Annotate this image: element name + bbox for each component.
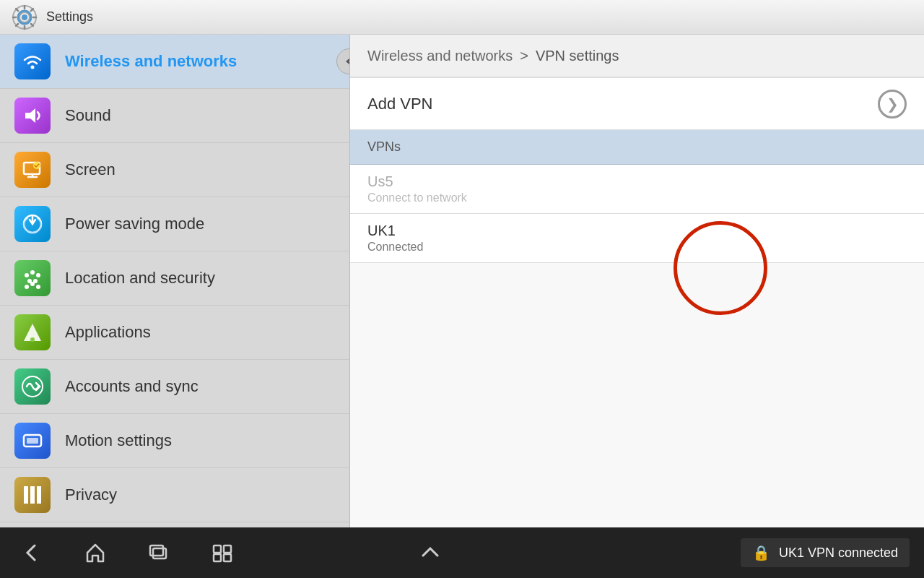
sidebar-label-screen: Screen bbox=[65, 160, 116, 179]
location-icon bbox=[14, 260, 51, 296]
add-vpn-row[interactable]: Add VPN ❯ bbox=[350, 78, 924, 130]
screen-icon bbox=[14, 152, 51, 188]
svg-point-11 bbox=[36, 273, 40, 277]
sidebar-item-location[interactable]: Location and security bbox=[0, 251, 349, 306]
svg-point-3 bbox=[22, 14, 27, 20]
collapse-arrow[interactable] bbox=[336, 48, 350, 74]
add-vpn-label: Add VPN bbox=[367, 95, 433, 113]
sidebar-item-wireless[interactable]: Wireless and networks bbox=[0, 35, 349, 89]
sidebar-label-sound: Sound bbox=[65, 106, 111, 125]
vpn-item-uk1[interactable]: UK1 Connected bbox=[350, 214, 924, 263]
sound-icon bbox=[14, 98, 51, 134]
sidebar-item-screen[interactable]: Screen bbox=[0, 143, 349, 197]
svg-rect-21 bbox=[24, 486, 28, 504]
svg-rect-28 bbox=[150, 545, 163, 556]
svg-rect-30 bbox=[214, 545, 221, 553]
svg-rect-22 bbox=[30, 486, 35, 504]
sidebar-item-privacy[interactable]: Privacy bbox=[0, 468, 349, 522]
apps-icon bbox=[14, 314, 51, 350]
svg-point-15 bbox=[36, 285, 40, 289]
svg-point-9 bbox=[25, 273, 29, 277]
vpns-section-header: VPNs bbox=[350, 130, 924, 165]
menu-button[interactable] bbox=[205, 535, 240, 570]
breadcrumb-parent[interactable]: Wireless and networks bbox=[367, 48, 513, 64]
vpn-name-uk1: UK1 bbox=[367, 223, 907, 239]
title-bar: Settings bbox=[0, 0, 924, 35]
home-button[interactable] bbox=[78, 535, 113, 570]
sidebar-label-location: Location and security bbox=[65, 269, 215, 288]
vpn-name-us5: Us5 bbox=[367, 173, 907, 190]
sidebar-item-storage[interactable]: Storage bbox=[0, 522, 349, 527]
sidebar-item-accounts[interactable]: Accounts and sync bbox=[0, 360, 349, 414]
motion-icon bbox=[14, 423, 51, 459]
breadcrumb-current: VPN settings bbox=[536, 48, 619, 64]
up-button[interactable] bbox=[413, 535, 448, 570]
sidebar-item-sound[interactable]: Sound bbox=[0, 89, 349, 143]
vpn-connected-text: UK1 VPN connected bbox=[779, 545, 898, 561]
bottom-nav-left bbox=[14, 535, 448, 570]
back-button[interactable] bbox=[14, 535, 49, 570]
privacy-icon bbox=[14, 477, 51, 513]
main-layout: Wireless and networks Sound bbox=[0, 35, 924, 527]
power-icon bbox=[14, 206, 51, 242]
svg-point-4 bbox=[31, 66, 35, 69]
svg-rect-29 bbox=[153, 548, 166, 558]
vpn-lock-icon: 🔒 bbox=[752, 544, 770, 561]
svg-point-17 bbox=[30, 337, 35, 342]
sidebar-label-apps: Applications bbox=[65, 323, 151, 342]
content-list: Add VPN ❯ VPNs Us5 Connect to network UK… bbox=[350, 78, 924, 527]
vpn-status-bar: 🔒 UK1 VPN connected bbox=[741, 538, 910, 567]
settings-icon bbox=[12, 4, 38, 30]
add-vpn-arrow[interactable]: ❯ bbox=[878, 90, 907, 118]
svg-rect-31 bbox=[224, 545, 231, 553]
breadcrumb-separator: > bbox=[520, 48, 528, 64]
sidebar: Wireless and networks Sound bbox=[0, 35, 350, 527]
sidebar-label-privacy: Privacy bbox=[65, 486, 117, 504]
svg-point-14 bbox=[25, 285, 29, 289]
vpn-status-us5: Connect to network bbox=[367, 191, 907, 204]
sidebar-label-power: Power saving mode bbox=[65, 215, 204, 233]
recent-button[interactable] bbox=[141, 535, 176, 570]
svg-point-16 bbox=[30, 282, 35, 286]
svg-marker-5 bbox=[25, 108, 35, 123]
svg-rect-33 bbox=[224, 554, 231, 561]
content-area: Wireless and networks > VPN settings Add… bbox=[350, 35, 924, 527]
title-bar-label: Settings bbox=[46, 9, 93, 25]
svg-point-10 bbox=[30, 270, 35, 275]
svg-rect-23 bbox=[37, 486, 41, 504]
svg-rect-32 bbox=[214, 554, 221, 561]
sidebar-label-wireless: Wireless and networks bbox=[65, 52, 237, 71]
wifi-icon bbox=[14, 43, 51, 79]
sidebar-item-apps[interactable]: Applications bbox=[0, 306, 349, 360]
bottom-nav: 🔒 UK1 VPN connected bbox=[0, 527, 924, 578]
breadcrumb: Wireless and networks > VPN settings bbox=[350, 35, 924, 78]
vpn-status-uk1: Connected bbox=[367, 241, 907, 254]
sidebar-label-motion: Motion settings bbox=[65, 431, 172, 450]
accounts-icon bbox=[14, 368, 51, 405]
vpns-header-label: VPNs bbox=[367, 139, 401, 155]
svg-rect-20 bbox=[27, 438, 38, 444]
vpn-item-us5[interactable]: Us5 Connect to network bbox=[350, 165, 924, 214]
sidebar-item-power[interactable]: Power saving mode bbox=[0, 197, 349, 251]
sidebar-label-accounts: Accounts and sync bbox=[65, 377, 199, 396]
sidebar-item-motion[interactable]: Motion settings bbox=[0, 414, 349, 468]
